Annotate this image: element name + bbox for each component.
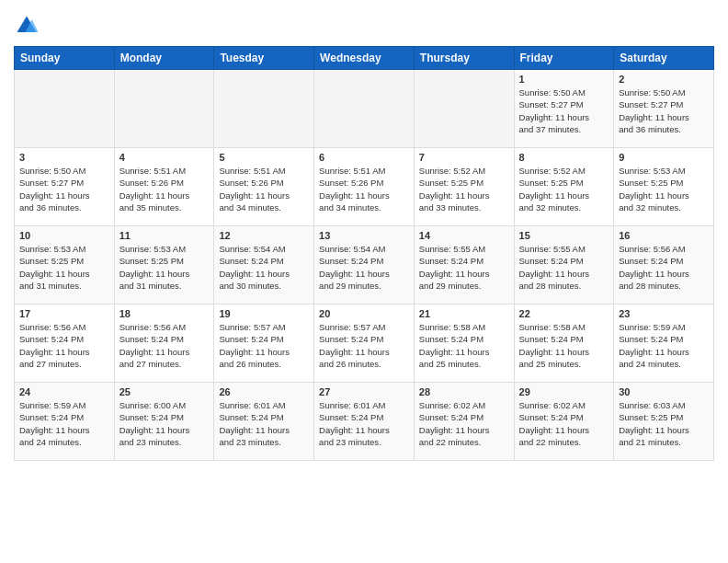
day-info: Sunrise: 5:51 AM Sunset: 5:26 PM Dayligh… bbox=[319, 165, 409, 213]
week-row-2: 3Sunrise: 5:50 AM Sunset: 5:27 PM Daylig… bbox=[15, 148, 714, 226]
day-cell: 24Sunrise: 5:59 AM Sunset: 5:24 PM Dayli… bbox=[15, 383, 115, 461]
day-cell: 3Sunrise: 5:50 AM Sunset: 5:27 PM Daylig… bbox=[15, 148, 115, 226]
day-info: Sunrise: 5:57 AM Sunset: 5:24 PM Dayligh… bbox=[319, 321, 409, 370]
day-number: 2 bbox=[619, 74, 709, 85]
day-info: Sunrise: 5:57 AM Sunset: 5:24 PM Dayligh… bbox=[219, 321, 309, 370]
day-cell bbox=[15, 70, 115, 148]
day-cell: 6Sunrise: 5:51 AM Sunset: 5:26 PM Daylig… bbox=[314, 148, 415, 226]
day-info: Sunrise: 5:50 AM Sunset: 5:27 PM Dayligh… bbox=[19, 165, 109, 213]
day-cell: 27Sunrise: 6:01 AM Sunset: 5:24 PM Dayli… bbox=[314, 383, 415, 461]
day-cell: 30Sunrise: 6:03 AM Sunset: 5:25 PM Dayli… bbox=[614, 383, 714, 461]
day-number: 6 bbox=[319, 152, 409, 163]
day-cell bbox=[114, 70, 214, 148]
day-cell: 25Sunrise: 6:00 AM Sunset: 5:24 PM Dayli… bbox=[114, 383, 214, 461]
day-number: 8 bbox=[519, 152, 609, 163]
week-row-5: 24Sunrise: 5:59 AM Sunset: 5:24 PM Dayli… bbox=[15, 383, 714, 461]
header bbox=[14, 9, 714, 39]
weekday-header-wednesday: Wednesday bbox=[314, 47, 415, 70]
day-number: 1 bbox=[519, 74, 609, 85]
day-cell: 29Sunrise: 6:02 AM Sunset: 5:24 PM Dayli… bbox=[514, 383, 614, 461]
day-number: 26 bbox=[219, 386, 309, 397]
day-info: Sunrise: 5:56 AM Sunset: 5:24 PM Dayligh… bbox=[19, 321, 109, 370]
day-cell: 12Sunrise: 5:54 AM Sunset: 5:24 PM Dayli… bbox=[214, 226, 314, 304]
day-info: Sunrise: 5:55 AM Sunset: 5:24 PM Dayligh… bbox=[419, 243, 509, 292]
day-number: 7 bbox=[419, 152, 509, 163]
day-info: Sunrise: 6:01 AM Sunset: 5:24 PM Dayligh… bbox=[319, 399, 409, 448]
day-cell: 28Sunrise: 6:02 AM Sunset: 5:24 PM Dayli… bbox=[414, 383, 514, 461]
day-info: Sunrise: 5:50 AM Sunset: 5:27 PM Dayligh… bbox=[619, 86, 709, 135]
weekday-header-tuesday: Tuesday bbox=[214, 47, 314, 70]
day-number: 4 bbox=[119, 152, 210, 163]
day-info: Sunrise: 6:02 AM Sunset: 5:24 PM Dayligh… bbox=[419, 399, 509, 448]
day-cell: 5Sunrise: 5:51 AM Sunset: 5:26 PM Daylig… bbox=[214, 148, 314, 226]
week-row-3: 10Sunrise: 5:53 AM Sunset: 5:25 PM Dayli… bbox=[15, 226, 714, 304]
day-info: Sunrise: 6:02 AM Sunset: 5:24 PM Dayligh… bbox=[519, 399, 609, 448]
day-number: 19 bbox=[219, 308, 309, 319]
day-number: 28 bbox=[419, 386, 509, 397]
day-info: Sunrise: 5:55 AM Sunset: 5:24 PM Dayligh… bbox=[519, 243, 609, 292]
day-cell: 13Sunrise: 5:54 AM Sunset: 5:24 PM Dayli… bbox=[314, 226, 415, 304]
day-info: Sunrise: 5:56 AM Sunset: 5:24 PM Dayligh… bbox=[619, 243, 709, 292]
day-number: 9 bbox=[619, 152, 709, 163]
day-number: 20 bbox=[319, 308, 409, 319]
weekday-header-friday: Friday bbox=[514, 47, 614, 70]
day-number: 15 bbox=[519, 230, 609, 241]
day-cell: 20Sunrise: 5:57 AM Sunset: 5:24 PM Dayli… bbox=[314, 304, 415, 383]
day-number: 11 bbox=[119, 230, 210, 241]
day-cell: 14Sunrise: 5:55 AM Sunset: 5:24 PM Dayli… bbox=[414, 226, 514, 304]
day-cell: 2Sunrise: 5:50 AM Sunset: 5:27 PM Daylig… bbox=[614, 70, 714, 148]
weekday-header-saturday: Saturday bbox=[614, 47, 714, 70]
day-cell: 23Sunrise: 5:59 AM Sunset: 5:24 PM Dayli… bbox=[614, 304, 714, 383]
day-info: Sunrise: 6:01 AM Sunset: 5:24 PM Dayligh… bbox=[219, 399, 309, 448]
day-cell: 11Sunrise: 5:53 AM Sunset: 5:25 PM Dayli… bbox=[114, 226, 214, 304]
weekday-header-thursday: Thursday bbox=[414, 47, 514, 70]
day-cell: 10Sunrise: 5:53 AM Sunset: 5:25 PM Dayli… bbox=[15, 226, 115, 304]
day-cell: 8Sunrise: 5:52 AM Sunset: 5:25 PM Daylig… bbox=[514, 148, 614, 226]
day-cell bbox=[414, 70, 514, 148]
day-number: 27 bbox=[319, 386, 409, 397]
day-number: 23 bbox=[619, 308, 709, 319]
day-number: 21 bbox=[419, 308, 509, 319]
weekday-header-row: SundayMondayTuesdayWednesdayThursdayFrid… bbox=[15, 47, 714, 70]
day-info: Sunrise: 5:56 AM Sunset: 5:24 PM Dayligh… bbox=[119, 321, 210, 370]
day-cell: 19Sunrise: 5:57 AM Sunset: 5:24 PM Dayli… bbox=[214, 304, 314, 383]
day-info: Sunrise: 5:54 AM Sunset: 5:24 PM Dayligh… bbox=[219, 243, 309, 292]
day-cell: 15Sunrise: 5:55 AM Sunset: 5:24 PM Dayli… bbox=[514, 226, 614, 304]
day-info: Sunrise: 5:51 AM Sunset: 5:26 PM Dayligh… bbox=[119, 165, 210, 213]
day-number: 14 bbox=[419, 230, 509, 241]
day-number: 22 bbox=[519, 308, 609, 319]
day-info: Sunrise: 5:59 AM Sunset: 5:24 PM Dayligh… bbox=[619, 321, 709, 370]
day-info: Sunrise: 5:53 AM Sunset: 5:25 PM Dayligh… bbox=[19, 243, 109, 292]
day-cell: 9Sunrise: 5:53 AM Sunset: 5:25 PM Daylig… bbox=[614, 148, 714, 226]
day-cell: 26Sunrise: 6:01 AM Sunset: 5:24 PM Dayli… bbox=[214, 383, 314, 461]
day-cell: 4Sunrise: 5:51 AM Sunset: 5:26 PM Daylig… bbox=[114, 148, 214, 226]
day-cell bbox=[214, 70, 314, 148]
day-cell: 18Sunrise: 5:56 AM Sunset: 5:24 PM Dayli… bbox=[114, 304, 214, 383]
day-cell bbox=[314, 70, 415, 148]
day-number: 13 bbox=[319, 230, 409, 241]
day-info: Sunrise: 5:52 AM Sunset: 5:25 PM Dayligh… bbox=[419, 165, 509, 213]
day-info: Sunrise: 5:58 AM Sunset: 5:24 PM Dayligh… bbox=[419, 321, 509, 370]
day-cell: 21Sunrise: 5:58 AM Sunset: 5:24 PM Dayli… bbox=[414, 304, 514, 383]
day-number: 25 bbox=[119, 386, 210, 397]
day-number: 24 bbox=[19, 386, 109, 397]
day-number: 5 bbox=[219, 152, 309, 163]
day-info: Sunrise: 5:53 AM Sunset: 5:25 PM Dayligh… bbox=[619, 165, 709, 213]
day-info: Sunrise: 5:53 AM Sunset: 5:25 PM Dayligh… bbox=[119, 243, 210, 292]
day-info: Sunrise: 5:51 AM Sunset: 5:26 PM Dayligh… bbox=[219, 165, 309, 213]
day-info: Sunrise: 5:54 AM Sunset: 5:24 PM Dayligh… bbox=[319, 243, 409, 292]
day-number: 29 bbox=[519, 386, 609, 397]
day-number: 12 bbox=[219, 230, 309, 241]
day-number: 30 bbox=[619, 386, 709, 397]
day-number: 10 bbox=[19, 230, 109, 241]
day-info: Sunrise: 5:50 AM Sunset: 5:27 PM Dayligh… bbox=[519, 86, 609, 135]
weekday-header-sunday: Sunday bbox=[15, 47, 115, 70]
day-info: Sunrise: 6:00 AM Sunset: 5:24 PM Dayligh… bbox=[119, 399, 210, 448]
day-number: 3 bbox=[19, 152, 109, 163]
logo bbox=[14, 13, 43, 39]
day-cell: 7Sunrise: 5:52 AM Sunset: 5:25 PM Daylig… bbox=[414, 148, 514, 226]
day-number: 16 bbox=[619, 230, 709, 241]
page: SundayMondayTuesdayWednesdayThursdayFrid… bbox=[0, 0, 728, 475]
day-cell: 16Sunrise: 5:56 AM Sunset: 5:24 PM Dayli… bbox=[614, 226, 714, 304]
week-row-1: 1Sunrise: 5:50 AM Sunset: 5:27 PM Daylig… bbox=[15, 70, 714, 148]
